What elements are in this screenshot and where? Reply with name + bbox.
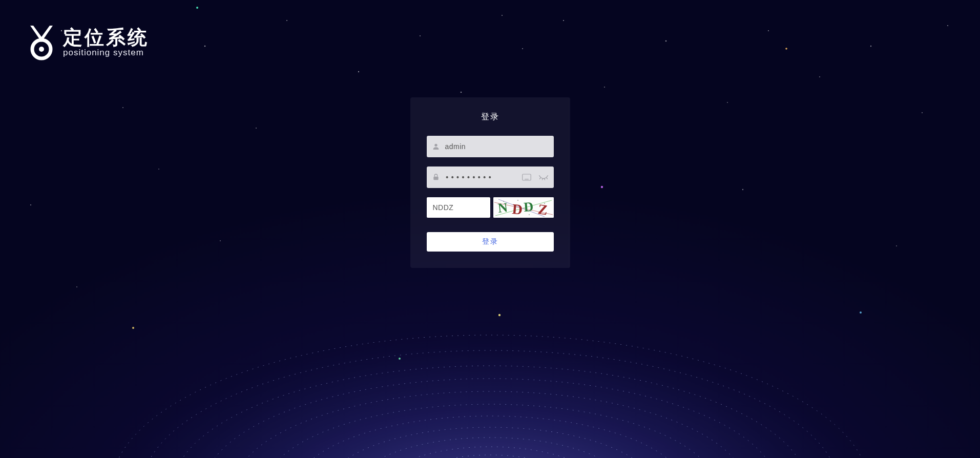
svg-point-28 — [132, 327, 134, 329]
eye-closed-icon[interactable] — [538, 174, 549, 181]
svg-point-30 — [498, 314, 501, 316]
user-icon — [432, 142, 440, 151]
svg-point-86 — [517, 200, 518, 201]
login-card: 登录 — [410, 97, 570, 268]
svg-point-58 — [39, 47, 44, 52]
svg-point-38 — [265, 404, 716, 458]
svg-point-12 — [604, 87, 605, 88]
svg-point-5 — [256, 128, 257, 129]
svg-point-84 — [529, 214, 530, 215]
svg-point-40 — [326, 427, 654, 458]
username-field[interactable] — [427, 136, 554, 157]
svg-text:D: D — [523, 199, 534, 215]
svg-point-2 — [30, 204, 31, 205]
captcha-row: N D D Z — [427, 197, 554, 218]
svg-point-25 — [196, 7, 198, 9]
svg-point-85 — [544, 203, 545, 204]
svg-point-22 — [742, 189, 743, 190]
svg-point-23 — [220, 240, 221, 241]
svg-point-14 — [727, 102, 728, 103]
brand-subtitle: positioning system — [63, 48, 149, 58]
svg-point-17 — [870, 46, 871, 47]
svg-point-35 — [173, 366, 808, 458]
svg-point-29 — [860, 311, 862, 314]
svg-point-21 — [896, 245, 897, 246]
svg-point-7 — [358, 71, 359, 72]
password-field[interactable] — [427, 166, 554, 188]
svg-point-13 — [665, 40, 667, 42]
svg-point-8 — [420, 35, 421, 36]
svg-point-34 — [142, 350, 839, 458]
svg-point-1 — [122, 107, 123, 108]
username-input[interactable] — [445, 142, 549, 151]
svg-point-42 — [380, 447, 600, 458]
captcha-input[interactable] — [427, 197, 490, 218]
captcha-image[interactable]: N D D Z — [493, 197, 554, 218]
svg-rect-60 — [433, 177, 438, 180]
brand-mark-icon — [28, 25, 55, 60]
svg-text:D: D — [511, 201, 523, 218]
svg-point-39 — [296, 416, 685, 458]
svg-point-15 — [768, 30, 769, 31]
svg-line-72 — [542, 179, 543, 180]
svg-text:N: N — [497, 200, 508, 216]
svg-line-73 — [544, 179, 545, 180]
svg-point-83 — [503, 201, 504, 202]
svg-point-9 — [461, 92, 462, 93]
svg-point-24 — [502, 15, 503, 16]
login-button[interactable]: 登录 — [427, 232, 554, 252]
svg-point-31 — [399, 358, 401, 360]
svg-point-20 — [76, 286, 77, 287]
svg-point-32 — [91, 294, 890, 458]
svg-point-10 — [522, 48, 523, 49]
brand-title: 定位系统 — [63, 27, 149, 49]
svg-point-43 — [403, 455, 577, 458]
svg-point-3 — [158, 169, 159, 170]
svg-point-18 — [922, 112, 923, 113]
svg-point-36 — [203, 379, 777, 458]
svg-point-59 — [434, 144, 437, 147]
svg-point-11 — [563, 20, 564, 21]
svg-point-37 — [234, 391, 746, 458]
login-heading: 登录 — [427, 112, 554, 122]
svg-point-4 — [204, 46, 206, 47]
svg-point-16 — [819, 76, 820, 77]
svg-line-74 — [546, 178, 547, 179]
password-input[interactable] — [445, 173, 517, 181]
svg-point-27 — [785, 48, 787, 50]
keyboard-icon[interactable] — [522, 174, 531, 181]
svg-point-19 — [947, 25, 948, 26]
lock-icon — [432, 173, 440, 181]
svg-line-71 — [539, 178, 540, 179]
svg-point-41 — [355, 438, 626, 458]
svg-point-26 — [601, 186, 603, 188]
svg-point-33 — [111, 335, 869, 458]
brand-logo: 定位系统 positioning system — [28, 25, 149, 60]
svg-point-6 — [286, 20, 287, 21]
